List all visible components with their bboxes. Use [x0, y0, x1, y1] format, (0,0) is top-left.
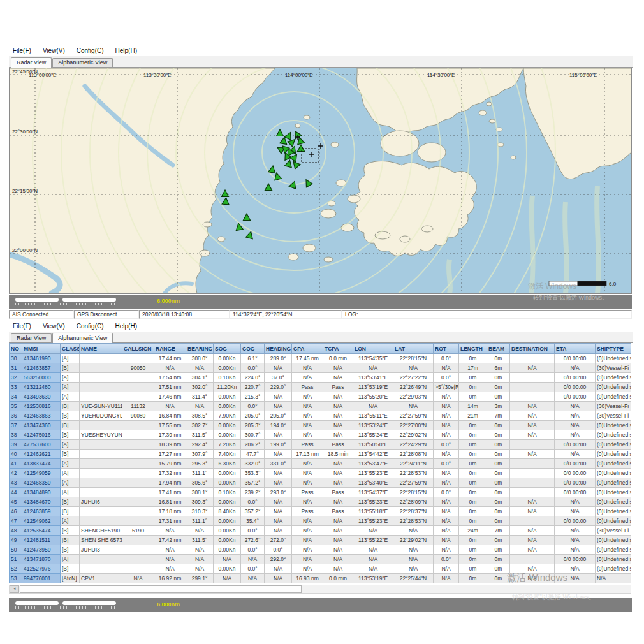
tab-radar-view[interactable]: Radar View [11, 57, 52, 68]
table-row-39[interactable]: 39477537600[A]18.39 nm292.4°7.20Kn206.2°… [10, 440, 631, 450]
cell-name [80, 469, 122, 478]
cell-mmsi: 412549059 [22, 469, 61, 478]
table-row-47[interactable]: 47412549062[A]17.31 nm311.1°0.00Kn35.4°N… [10, 516, 631, 526]
col-mmsi[interactable]: MMSI [22, 344, 61, 354]
col-shiptype[interactable]: SHIPTYPE [596, 344, 631, 354]
tab-radar-view[interactable]: Radar View [11, 333, 52, 342]
col-class[interactable]: CLASS [61, 344, 80, 354]
col-beam[interactable]: BEAM [487, 344, 510, 354]
table-horizontal-scrollbar[interactable]: ◄ [9, 585, 631, 594]
table-row-37[interactable]: 37413474360[B]17.55 nm302.7°0.00Kn205.3°… [10, 421, 631, 430]
cell-cog: 357.2° [241, 507, 265, 516]
table-row-42[interactable]: 42412549059[A]17.32 nm311.1°0.00Kn353.3°… [10, 469, 631, 478]
table-row-45[interactable]: 45413484670[B]JUHUI616.81 nm309.3°0.00Kn… [10, 497, 631, 507]
col-rot[interactable]: ROT [434, 344, 459, 354]
cell-no: 52 [10, 564, 22, 574]
menu-item-configc[interactable]: Config(C) [77, 47, 104, 54]
menu-item-helph[interactable]: Help(H) [115, 47, 137, 54]
cell-beam: 0m [487, 469, 510, 478]
slider-track-left[interactable] [15, 298, 59, 302]
cell-tcpa: N/A [323, 497, 353, 507]
col-heading[interactable]: HEADING [265, 344, 292, 354]
table-row-41[interactable]: 41413837474[A]15.79 nm295.3°6.30Kn332.0°… [10, 459, 631, 469]
cell-range: 15.79 nm [154, 459, 186, 469]
cell-lat: 22°29'03"N [393, 392, 434, 402]
cell-eta: 0/0 00:00 [555, 373, 596, 383]
cell-lon: 113°53'19"E [353, 574, 393, 583]
cell-name: YUEHUDONGYL [80, 411, 122, 421]
cell-rot: N/A [434, 497, 459, 507]
table-row-46[interactable]: 46412463859[B]17.18 nm310.3°8.40Kn357.2°… [10, 507, 631, 516]
cell-lat: 22°28'37"N [393, 507, 434, 516]
range-slider[interactable] [15, 297, 121, 307]
cell-tcpa: N/A [323, 545, 353, 555]
cell-eta: N/A [555, 363, 596, 373]
slider-track-left[interactable] [15, 601, 59, 605]
scrollbar-thumb[interactable] [20, 585, 302, 593]
table-row-51[interactable]: 51413471870[A]N/AN/AN/AN/A292.0°N/AN/AN/… [10, 555, 631, 564]
table-row-44[interactable]: 44413484890[A]17.41 nm308.1°0.10Kn239.2°… [10, 488, 631, 497]
cell-no: 41 [10, 459, 22, 469]
menu-item-helph[interactable]: Help(H) [115, 323, 137, 330]
cell-heading: N/A [265, 430, 292, 440]
cell-class: [A] [61, 555, 80, 564]
scroll-left-button[interactable]: ◄ [10, 585, 19, 593]
tab-alphanumeric-view[interactable]: Alphanumeric View [52, 333, 113, 343]
table-row-49[interactable]: 49412481511[B]SHEN SHE 657317.42 nm311.5… [10, 536, 631, 545]
table-row-35[interactable]: 35412538816[B]YUE-SUN-YU11111132N/AN/A0.… [10, 402, 631, 411]
menu-item-configc[interactable]: Config(C) [77, 323, 104, 330]
cell-lon: N/A [353, 363, 393, 373]
col-tcpa[interactable]: TCPA [323, 344, 353, 354]
cell-name [80, 507, 122, 516]
col-cog[interactable]: COG [241, 344, 265, 354]
col-length[interactable]: LENGTH [459, 344, 487, 354]
table-row-36[interactable]: 36412463863[B]YUEHUDONGYL9008016.84 nm30… [10, 411, 631, 421]
chart-canvas: 113°00'00"E113°30'00"E114°00'00"E114°30'… [10, 68, 631, 293]
slider-track-right[interactable] [62, 298, 116, 302]
menu-item-filef[interactable]: File(F) [13, 323, 31, 330]
cell-destination: N/A [510, 507, 555, 516]
cell-sog: 0.00Kn [214, 354, 241, 363]
cell-lon: 113°55'18"E [353, 507, 393, 516]
col-name[interactable]: NAME [80, 344, 122, 354]
table-row-32[interactable]: 32563250000[A]17.54 nm304.1°0.10Kn224.0°… [10, 373, 631, 383]
col-range[interactable]: RANGE [154, 344, 186, 354]
col-bearing[interactable]: BEARING [186, 344, 214, 354]
table-row-53[interactable]: 53994776001[AtoN]CPV1N/A16.92 nm299.1°N/… [10, 574, 631, 583]
cell-rot: N/A [434, 363, 459, 373]
menu-item-viewv[interactable]: View(V) [43, 323, 65, 330]
table-row-50[interactable]: 50412473950[B]JUHUI3N/AN/A0.00Kn0.0°0.0°… [10, 545, 631, 555]
col-cpa[interactable]: CPA [292, 344, 323, 354]
col-no[interactable]: NO [10, 344, 22, 354]
table-row-38[interactable]: 38412475016[B]YUESHEYUYUN17.39 nm311.5°0… [10, 430, 631, 440]
cell-lon: 113°53'24"E [353, 421, 393, 430]
radar-map[interactable]: 113°00'00"E113°30'00"E114°00'00"E114°30'… [9, 68, 632, 294]
cell-bearing: 292.4° [186, 440, 214, 450]
table-row-40[interactable]: 40412462621[B]17.27 nm307.9°7.40Kn47.7°N… [10, 450, 631, 459]
cell-mmsi: 477537600 [22, 440, 61, 450]
col-lat[interactable]: LAT [393, 344, 434, 354]
table-row-33[interactable]: 33413212480[A]17.51 nm302.0°11.20Kn220.7… [10, 383, 631, 392]
table-row-48[interactable]: 48412535474[B]SHENGHE51905190N/AN/A0.00K… [10, 526, 631, 536]
cell-rot: N/A [434, 507, 459, 516]
cell-heading: 205.0° [265, 411, 292, 421]
table-row-34[interactable]: 34413493630[A]17.46 nm311.4°0.00Kn215.3°… [10, 392, 631, 402]
table-row-31[interactable]: 31412463857[B]90050N/AN/A0.00Kn0.0°N/AN/… [10, 363, 631, 373]
col-destination[interactable]: DESTINATION [510, 344, 555, 354]
col-lon[interactable]: LON [353, 344, 393, 354]
menu-item-viewv[interactable]: View(V) [43, 47, 65, 54]
col-callsign[interactable]: CALLSIGN [122, 344, 154, 354]
cell-rot: N/A [434, 450, 459, 459]
cell-cog: 215.3° [241, 392, 265, 402]
table-row-43[interactable]: 43412468350[A]17.94 nm305.6°0.00Kn357.2°… [10, 478, 631, 488]
table-row-52[interactable]: 52412527976[B]N/AN/A0.00Kn0.0°N/AN/AN/AN… [10, 564, 631, 574]
table-row-30[interactable]: 30413461990[A]17.44 nm308.0°0.00Kn6.1°28… [10, 354, 631, 363]
tab-alphanumeric-view[interactable]: Alphanumeric View [52, 58, 113, 67]
menu-item-filef[interactable]: File(F) [13, 47, 31, 54]
col-sog[interactable]: SOG [214, 344, 241, 354]
cell-callsign: 90050 [122, 363, 154, 373]
range-slider-2[interactable] [15, 601, 121, 610]
slider-track-right[interactable] [62, 601, 116, 605]
cell-heading: 331.0° [265, 459, 292, 469]
col-eta[interactable]: ETA [555, 344, 596, 354]
